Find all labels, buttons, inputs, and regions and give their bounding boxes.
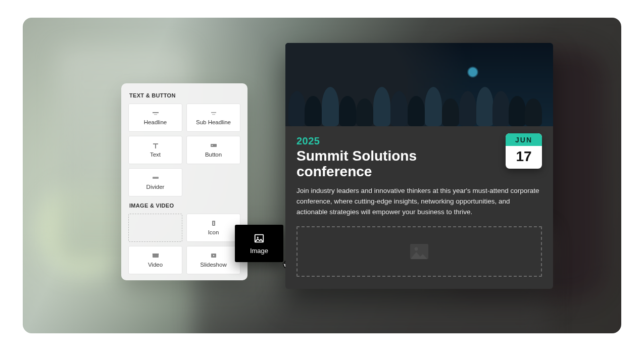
image-placeholder-icon (409, 242, 429, 261)
tile-label: Slideshow (200, 262, 226, 268)
svg-rect-9 (213, 223, 214, 225)
date-day: 17 (506, 146, 542, 169)
tile-label: Sub Headline (196, 119, 231, 125)
tile-label: Text (150, 152, 161, 158)
svg-rect-0 (153, 112, 159, 113)
tile-headline[interactable]: Headline (128, 104, 182, 132)
palette-grid-image-video: Icon Video Slideshow (126, 214, 242, 274)
tile-label: Button (205, 152, 222, 158)
divider-icon (152, 175, 160, 181)
svg-rect-13 (155, 254, 155, 254)
svg-rect-12 (153, 254, 154, 254)
tile-image-origin-placeholder[interactable] (128, 214, 182, 242)
tile-button[interactable]: Button (186, 136, 240, 164)
tile-divider[interactable]: Divider (128, 168, 182, 196)
preview-card: JUN 17 2025 Summit Solutions conference … (285, 43, 553, 289)
svg-rect-6 (153, 177, 159, 179)
tile-text[interactable]: Text (128, 136, 182, 164)
video-icon (152, 253, 160, 259)
tile-sub-headline[interactable]: Sub Headline (186, 104, 240, 132)
app-canvas: TEXT & BUTTON Headline Sub Headline Text (23, 18, 621, 333)
button-icon (210, 142, 218, 148)
event-description: Join industry leaders and innovative thi… (296, 186, 542, 218)
info-icon (210, 220, 218, 226)
tile-label: Icon (208, 229, 219, 235)
element-palette: TEXT & BUTTON Headline Sub Headline Text (121, 83, 247, 280)
svg-rect-5 (212, 145, 213, 146)
event-title: Summit Solutions conference (296, 148, 458, 180)
image-icon (254, 233, 265, 244)
svg-rect-8 (213, 222, 214, 223)
tile-slideshow[interactable]: Slideshow (186, 246, 240, 274)
date-month: JUN (506, 133, 542, 146)
svg-rect-14 (156, 254, 156, 254)
hero-crowd-illustration (285, 43, 553, 126)
tile-label: Headline (144, 119, 167, 125)
hero-image (285, 43, 553, 126)
svg-rect-15 (157, 254, 158, 254)
palette-grid-text-button: Headline Sub Headline Text Button (126, 104, 242, 196)
date-chip: JUN 17 (506, 133, 542, 169)
sub-headline-icon (210, 110, 218, 116)
card-body: JUN 17 2025 Summit Solutions conference … (285, 126, 553, 289)
dragging-tile-label: Image (250, 247, 268, 255)
tile-label: Divider (146, 184, 165, 190)
tile-icon[interactable]: Icon (186, 214, 240, 242)
text-icon (152, 142, 160, 148)
dragging-tile-image[interactable]: Image (235, 225, 283, 262)
headline-icon (152, 110, 160, 116)
svg-rect-4 (211, 144, 217, 147)
slideshow-icon (210, 253, 218, 259)
tile-label: Video (148, 262, 163, 268)
palette-section-heading-image-video: IMAGE & VIDEO (129, 203, 239, 209)
image-dropzone[interactable] (296, 226, 542, 277)
svg-rect-3 (212, 114, 215, 115)
tile-video[interactable]: Video (128, 246, 182, 274)
svg-rect-2 (211, 112, 216, 113)
svg-point-19 (257, 236, 259, 238)
palette-section-heading-text-button: TEXT & BUTTON (129, 92, 239, 98)
svg-point-21 (415, 247, 418, 251)
svg-rect-1 (154, 114, 157, 115)
